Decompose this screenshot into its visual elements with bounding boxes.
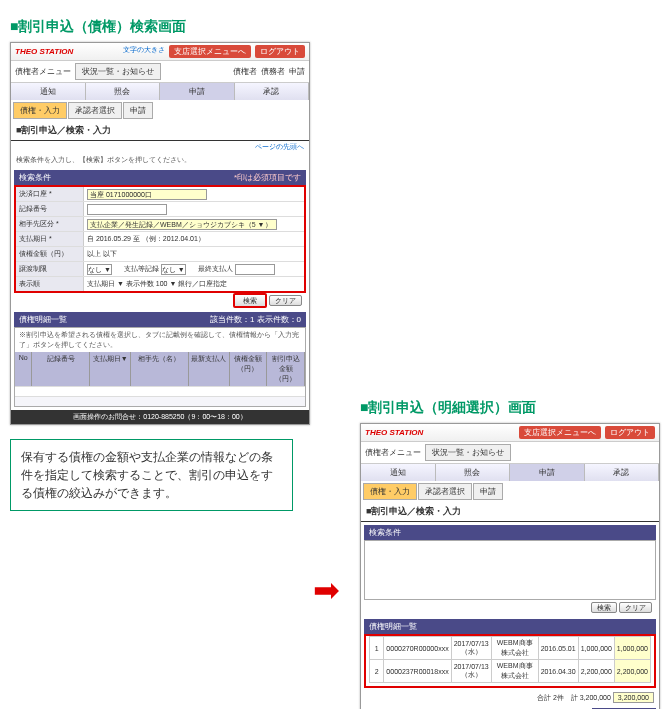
step-tab-1[interactable]: 債権・入力: [13, 102, 67, 119]
nav2-3[interactable]: 申請: [510, 464, 585, 481]
label-amount: 債権金額（円）: [16, 247, 84, 261]
instruction: 検索条件を入力し、【検索】ボタンを押してください。: [11, 153, 309, 167]
nav-apply[interactable]: 申請: [160, 83, 235, 100]
table-row[interactable]: 2 0000237R00018xxx 2017/07/13（水） WEBM商事株…: [370, 660, 651, 683]
input-due[interactable]: 自 2016.05.29 至 （例：2012.04.01）: [84, 232, 304, 246]
label-guar: 支払等記録: [124, 264, 159, 274]
col-rec: 記録番号: [32, 352, 90, 386]
label-partner: 相手先区分 *: [16, 217, 84, 231]
step-tab-2[interactable]: 承認者選択: [68, 102, 122, 119]
caption-1: 保有する債権の金額や支払企業の情報などの条件を指定して検索することで、割引の申込…: [10, 439, 293, 511]
app-logo-2: THEO STATION: [365, 428, 423, 437]
col-date: 支払期日▼: [90, 352, 131, 386]
step-tab-3[interactable]: 申請: [123, 102, 153, 119]
label-trans: 譲渡制限: [16, 262, 84, 276]
nav2-1[interactable]: 通知: [361, 464, 436, 481]
menu-label: 債権者メニュー: [15, 66, 71, 77]
nav-notify[interactable]: 通知: [11, 83, 86, 100]
menu-label-2: 債権者メニュー: [365, 447, 421, 458]
label-final: 最終支払人: [198, 264, 233, 274]
logout-button-2[interactable]: ログアウト: [605, 426, 655, 439]
search-button[interactable]: 検索: [233, 293, 267, 308]
section-title-search: ■割引申込（債権）検索画面: [10, 18, 660, 36]
col-pay: 最新支払人: [189, 352, 230, 386]
col-amt: 債権金額（円）: [230, 352, 268, 386]
select-partner[interactable]: 支払企業／発生記録／WEBM／ショウジカブシキ（5 ▼）: [87, 219, 277, 230]
nav2-4[interactable]: 承認: [585, 464, 660, 481]
clear-button-2[interactable]: クリア: [619, 602, 652, 613]
clear-button[interactable]: クリア: [269, 295, 302, 306]
step2-1[interactable]: 債権・入力: [363, 483, 417, 500]
top-menu-button-2[interactable]: 支店選択メニューへ: [519, 426, 601, 439]
search-form: 決済口座 * 当座 0171000000口 記録番号 相手先区分 * 支払企業／…: [14, 185, 306, 293]
top-menu-button[interactable]: 支店選択メニューへ: [169, 45, 251, 58]
input-record[interactable]: [87, 204, 167, 215]
footer: 画面操作のお問合せ：0120-885250（9：00〜18：00）: [11, 410, 309, 424]
page-title-2: ■割引申込／検索・入力: [361, 502, 659, 522]
logout-button[interactable]: ログアウト: [255, 45, 305, 58]
app-logo: THEO STATION: [15, 47, 73, 56]
col-no: No: [15, 352, 32, 386]
nav-approve[interactable]: 承認: [235, 83, 310, 100]
label-record: 記録番号: [16, 202, 84, 216]
page-title: ■割引申込／検索・入力: [11, 121, 309, 141]
input-final[interactable]: [235, 264, 275, 275]
panel-head-2: 検索条件: [364, 525, 656, 540]
nav2-2[interactable]: 照会: [436, 464, 511, 481]
results-table: 1 0000270R00000xxx 2017/07/13（水） WEBM商事株…: [369, 636, 651, 683]
results-note: ※割引申込を希望される債権を選択し、タブに記載例を確認して、債権情報から「入力完…: [15, 328, 305, 352]
tab-d[interactable]: 債務者: [261, 66, 285, 77]
search-button-2[interactable]: 検索: [591, 602, 617, 613]
table-row[interactable]: 1 0000270R00000xxx 2017/07/13（水） WEBM商事株…: [370, 637, 651, 660]
col-comp: 相手先（名）: [131, 352, 189, 386]
subtab-notice[interactable]: 状況一覧・お知らせ: [75, 63, 161, 80]
select-window: THEO STATION 支店選択メニューへ ログアウト 債権者メニュー 状況一…: [360, 423, 660, 709]
label-account: 決済口座 *: [16, 187, 84, 201]
col-amt2: 割引申込金額（円）: [267, 352, 305, 386]
results-head-2: 債権明細一覧: [364, 619, 656, 634]
label-sort: 表示順: [16, 277, 84, 291]
step2-3[interactable]: 申請: [473, 483, 503, 500]
step2-2[interactable]: 承認者選択: [418, 483, 472, 500]
arrow-red-icon: ➡: [313, 571, 340, 609]
nav-ref[interactable]: 照会: [86, 83, 161, 100]
label-due: 支払期日 *: [16, 232, 84, 246]
results-header: 債権明細一覧 該当件数：1 表示件数：0: [14, 312, 306, 327]
select-trans[interactable]: なし ▼: [87, 264, 112, 275]
total-row: 合計 2件 計 3,200,000 3,200,000: [361, 691, 659, 705]
select-guar[interactable]: なし ▼: [161, 264, 186, 275]
subtab-2[interactable]: 状況一覧・お知らせ: [425, 444, 511, 461]
input-sort[interactable]: 支払期日 ▼ 表示件数 100 ▼ 銀行／口座指定: [84, 277, 304, 291]
tab-a[interactable]: 申請: [289, 66, 305, 77]
input-amount[interactable]: 以上 以下: [84, 247, 304, 261]
search-panel-head: 検索条件 *印は必須項目です: [14, 170, 306, 185]
input-account[interactable]: 当座 0171000000口: [87, 189, 207, 200]
page-top-link[interactable]: ページの先頭へ: [11, 141, 309, 153]
tab-c[interactable]: 債権者: [233, 66, 257, 77]
section-title-select: ■割引申込（明細選択）画面: [360, 399, 660, 417]
search-window: THEO STATION 文字の大きさ 支店選択メニューへ ログアウト 債権者メ…: [10, 42, 310, 425]
font-size-label: 文字の大きさ: [123, 45, 165, 58]
